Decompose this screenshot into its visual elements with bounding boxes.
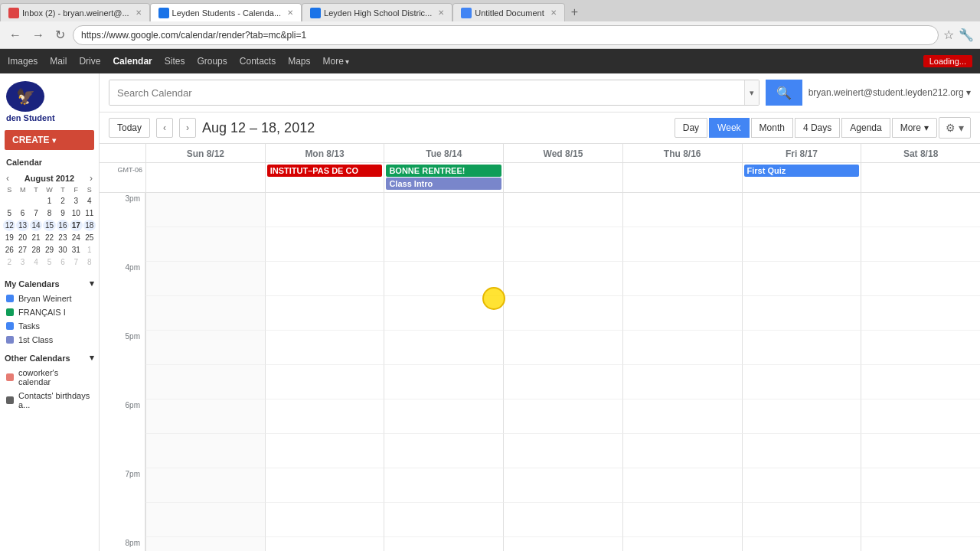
time-cell[interactable] [503,434,622,468]
mini-cal-next-button[interactable]: › [90,173,93,184]
mini-cal-day[interactable]: 21 [30,232,42,243]
prev-week-button[interactable]: ‹ [156,118,173,138]
mini-cal-day[interactable]: 29 [43,244,55,256]
view-more-button[interactable]: More ▾ [892,118,937,138]
time-cell[interactable] [503,365,622,399]
mini-cal-day[interactable]: 7 [30,207,42,219]
time-cell[interactable] [384,503,503,537]
time-cell[interactable] [145,296,265,331]
mini-cal-day[interactable]: 11 [83,207,96,219]
time-cell[interactable] [384,399,503,434]
mini-cal-day[interactable]: 17 [70,220,82,231]
tab-gmail[interactable]: Inbox (2) - bryan.weinert@... ✕ [0,3,150,21]
mini-cal-day[interactable]: 9 [57,207,69,219]
today-button[interactable]: Today [109,118,150,138]
time-cell[interactable] [503,468,622,503]
topbar-groups-link[interactable]: Groups [197,56,227,67]
time-cell[interactable] [861,193,980,227]
topbar-drive-link[interactable]: Drive [79,56,100,67]
mini-cal-day[interactable]: 22 [43,232,55,243]
mini-cal-day[interactable]: 4 [83,195,96,207]
mini-cal-day[interactable]: 13 [16,220,28,231]
time-cell[interactable] [622,537,742,551]
time-cell[interactable] [622,365,742,399]
mini-cal-day[interactable]: 2 [3,256,15,268]
time-cell[interactable] [742,331,861,365]
mini-cal-day[interactable]: 18 [83,220,96,231]
time-cell[interactable] [145,434,265,468]
time-cell[interactable] [265,434,384,468]
mini-cal-day[interactable]: 31 [70,244,82,256]
time-cell[interactable] [622,399,742,434]
mini-cal-day[interactable]: 24 [70,232,82,243]
mini-cal-day[interactable]: 8 [83,256,96,268]
event-bonne-rentree[interactable]: BONNE RENTREE! [386,165,501,177]
mini-cal-day[interactable] [16,195,28,207]
mini-cal-day[interactable]: 6 [16,207,28,219]
mini-cal-day[interactable]: 3 [16,256,28,268]
time-cell[interactable] [384,296,503,331]
time-cell[interactable] [742,537,861,551]
time-cell[interactable] [861,262,980,296]
topbar-images-link[interactable]: Images [8,56,38,67]
time-cell[interactable] [384,537,503,551]
tab-calendar[interactable]: Leyden Students - Calenda... ✕ [150,3,302,21]
time-cell[interactable] [503,262,622,296]
time-cell[interactable] [622,434,742,468]
time-cell[interactable] [503,503,622,537]
mini-cal-day[interactable]: 15 [43,220,55,231]
mini-cal-day[interactable]: 16 [57,220,69,231]
time-cell[interactable] [742,468,861,503]
mini-cal-day[interactable]: 3 [70,195,82,207]
time-cell[interactable] [622,262,742,296]
time-cell[interactable] [265,227,384,262]
mini-cal-day[interactable]: 23 [57,232,69,243]
time-cell[interactable] [503,193,622,227]
time-cell[interactable] [145,227,265,262]
tab-gmail-close-icon[interactable]: ✕ [136,8,142,17]
time-cell[interactable] [265,399,384,434]
time-cell[interactable] [742,296,861,331]
time-cell[interactable] [384,193,503,227]
time-cell[interactable] [384,365,503,399]
mini-cal-day[interactable]: 7 [70,256,82,268]
time-cell[interactable] [861,468,980,503]
time-cell[interactable] [622,331,742,365]
time-cell[interactable] [742,227,861,262]
time-cell[interactable] [145,365,265,399]
time-cell[interactable] [145,399,265,434]
extensions-icon[interactable]: 🔧 [959,28,974,42]
time-cell[interactable] [145,193,265,227]
my-calendar-item[interactable]: 1st Class [0,333,99,347]
mini-cal-day[interactable] [3,195,15,207]
mini-cal-day[interactable]: 25 [83,232,96,243]
view-4days-button[interactable]: 4 Days [795,118,840,138]
mini-cal-day[interactable]: 2 [57,195,69,207]
time-cell[interactable] [742,193,861,227]
bookmark-icon[interactable]: ☆ [943,28,954,42]
time-cell[interactable] [145,262,265,296]
topbar-maps-link[interactable]: Maps [288,56,310,67]
time-cell[interactable] [145,503,265,537]
search-input[interactable] [109,80,744,105]
my-calendar-item[interactable]: FRANÇAIS I [0,305,99,319]
mini-cal-day[interactable]: 1 [43,195,55,207]
time-cell[interactable] [145,468,265,503]
time-cell[interactable] [384,434,503,468]
time-cell[interactable] [503,331,622,365]
my-calendar-item[interactable]: Bryan Weinert [0,292,99,305]
time-cell[interactable] [145,331,265,365]
time-cell[interactable] [622,227,742,262]
time-cell[interactable] [861,365,980,399]
time-cell[interactable] [384,331,503,365]
tab-doc[interactable]: Untitled Document ✕ [452,3,565,21]
back-button[interactable]: ← [6,27,24,44]
mini-cal-day[interactable]: 8 [43,207,55,219]
time-cell[interactable] [742,503,861,537]
time-cell[interactable] [503,296,622,331]
mini-cal-day[interactable]: 1 [83,244,96,256]
mini-cal-day[interactable]: 20 [16,232,28,243]
time-cell[interactable] [384,468,503,503]
topbar-contacts-link[interactable]: Contacts [240,56,276,67]
topbar-more-button[interactable]: More ▾ [323,56,349,67]
